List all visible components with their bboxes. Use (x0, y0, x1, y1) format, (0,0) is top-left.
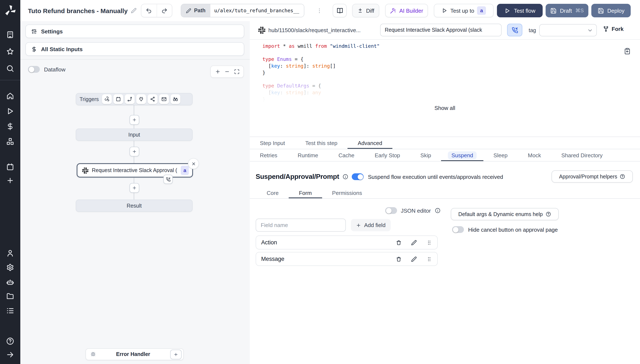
sidebar-logs-icon[interactable] (6, 306, 14, 315)
triggers-node[interactable]: Triggers (76, 93, 192, 105)
subtab-sleep[interactable]: Sleep (483, 149, 518, 161)
hide-cancel-toggle[interactable] (452, 226, 464, 233)
sidebar-help-icon[interactable] (6, 337, 14, 346)
grip-icon[interactable] (426, 256, 432, 262)
trigger-schedule-button[interactable] (114, 94, 123, 104)
grip-icon[interactable] (426, 240, 432, 246)
sidebar-search-icon[interactable] (6, 64, 14, 73)
fork-button[interactable]: Fork (603, 26, 623, 32)
flow-settings-button[interactable]: Settings (25, 24, 244, 38)
insert-step-button[interactable] (129, 115, 139, 125)
add-error-handler-button[interactable] (170, 350, 181, 359)
windmill-flow-editor: Tuto Refund branches - Manually Path Dif… (0, 0, 640, 364)
pencil-icon[interactable] (411, 240, 417, 246)
trigger-http-route-button[interactable] (125, 94, 135, 104)
show-all-button[interactable]: Show all (250, 105, 640, 111)
sidebar-settings-icon[interactable] (6, 264, 14, 272)
path-edit-button[interactable]: Path (181, 4, 210, 17)
plus-icon (173, 352, 178, 356)
subtab-suspend[interactable]: Suspend (441, 149, 483, 161)
default-args-help-button[interactable]: Default args & Dynamic enums help (451, 208, 559, 220)
step-id-badge: a (181, 166, 189, 175)
diff-button[interactable]: Diff (352, 4, 379, 17)
test-flow-button[interactable]: Test flow (497, 4, 543, 17)
sidebar-add-icon[interactable] (6, 176, 14, 185)
trigger-poll-button[interactable] (171, 94, 180, 104)
trash-icon[interactable] (396, 240, 402, 246)
redo-button[interactable] (156, 4, 172, 17)
dataflow-toggle[interactable] (28, 66, 40, 73)
all-static-inputs-button[interactable]: All Static Inputs (25, 42, 244, 56)
edit-title-pencil-icon[interactable] (131, 8, 136, 14)
paste-clipboard-icon[interactable] (624, 48, 631, 54)
tag-select[interactable] (539, 24, 597, 36)
path-label: Path (194, 8, 205, 14)
result-node[interactable]: Result (76, 200, 192, 212)
field-row-message: Message (256, 252, 438, 266)
path-input[interactable] (210, 4, 304, 17)
add-field-button[interactable]: Add field (351, 219, 391, 231)
subtab-shared-directory[interactable]: Shared Directory (551, 149, 613, 161)
docs-button[interactable] (333, 4, 347, 17)
field-name-input[interactable] (256, 218, 346, 232)
trigger-email-button[interactable] (159, 94, 169, 104)
error-handler-node[interactable]: Error Handler (86, 348, 184, 360)
fork-label: Fork (612, 26, 623, 32)
subtab-runtime[interactable]: Runtime (287, 149, 328, 161)
trigger-kafka-button[interactable] (148, 94, 158, 104)
suspend-tab-core[interactable]: Core (257, 187, 289, 198)
zoom-in-icon[interactable] (215, 69, 220, 74)
zoom-out-icon[interactable] (224, 69, 230, 74)
sidebar-folders-icon[interactable] (6, 292, 14, 300)
subtab-cache[interactable]: Cache (328, 149, 364, 161)
approval-step-node[interactable]: Request Interactive Slack Approval (... … (77, 163, 193, 178)
input-node[interactable]: Input (76, 128, 192, 141)
suspend-toggle[interactable] (352, 173, 364, 180)
tab-step-input[interactable]: Step Input (250, 137, 295, 149)
approval-helpers-button[interactable]: Approval/Prompt helpers (552, 170, 633, 183)
step-summary-input[interactable] (380, 24, 502, 36)
triggers-label: Triggers (80, 96, 99, 102)
subtab-retries[interactable]: Retries (250, 149, 287, 161)
subtab-skip[interactable]: Skip (410, 149, 441, 161)
tab-advanced[interactable]: Advanced (347, 137, 392, 149)
windmill-logo-icon[interactable] (4, 4, 17, 17)
info-icon[interactable] (342, 174, 348, 180)
sidebar-resources-icon[interactable] (6, 138, 14, 146)
info-icon[interactable] (435, 208, 441, 214)
sidebar-schedules-icon[interactable] (6, 163, 14, 171)
pencil-icon[interactable] (411, 256, 417, 262)
sidebar-favorites-icon[interactable] (6, 47, 14, 56)
code-line: } (263, 70, 614, 76)
fit-view-icon[interactable] (234, 69, 239, 74)
sidebar-workers-icon[interactable] (6, 278, 14, 286)
json-editor-toggle[interactable] (385, 207, 397, 214)
sidebar-expand-icon[interactable] (6, 350, 14, 359)
trigger-websocket-button[interactable] (136, 94, 146, 104)
suspend-tab-form[interactable]: Form (289, 187, 322, 198)
chevron-down-icon (587, 28, 593, 34)
draft-button[interactable]: Draft ⌘S (546, 4, 588, 17)
subtab-mock[interactable]: Mock (518, 149, 551, 161)
sidebar-home-icon[interactable] (6, 92, 14, 100)
subtab-early-stop[interactable]: Early Stop (364, 149, 410, 161)
suspend-settings-button[interactable] (507, 24, 522, 36)
sidebar-runs-icon[interactable] (6, 107, 14, 116)
insert-step-button[interactable] (129, 183, 139, 193)
undo-button[interactable] (141, 4, 156, 17)
trigger-webhook-button[interactable] (102, 94, 112, 104)
divider (20, 59, 250, 60)
more-options-button[interactable] (314, 4, 324, 17)
tab-test-this-step[interactable]: Test this step (295, 137, 348, 149)
trash-icon[interactable] (396, 256, 402, 262)
ai-builder-button[interactable]: AI Builder (385, 4, 428, 17)
insert-step-button[interactable] (129, 147, 139, 156)
delete-step-button[interactable] (188, 158, 199, 169)
result-node-label: Result (127, 203, 142, 209)
test-up-to-button[interactable]: Test up to a (434, 4, 494, 17)
suspend-tab-permissions[interactable]: Permissions (322, 187, 372, 198)
deploy-button[interactable]: Deploy (591, 4, 631, 17)
sidebar-variables-icon[interactable] (6, 122, 14, 131)
sidebar-workspace-icon[interactable] (6, 30, 14, 39)
sidebar-user-icon[interactable] (6, 249, 14, 258)
